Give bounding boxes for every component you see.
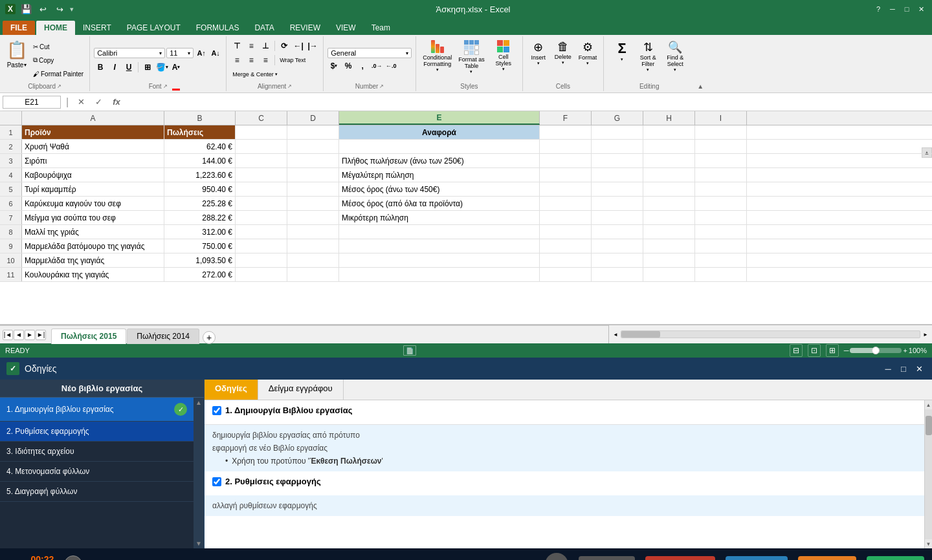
sheet-nav-last[interactable]: ►| <box>36 330 46 340</box>
sheet-tab-2014[interactable]: Πωλήσεις 2014 <box>127 328 199 344</box>
cell-i2[interactable] <box>695 140 747 153</box>
cell-c8[interactable] <box>236 225 287 239</box>
cell-c4[interactable] <box>236 168 287 182</box>
styles-label[interactable]: Styles <box>419 81 520 91</box>
section-1-checkbox[interactable] <box>212 406 221 415</box>
col-header-e[interactable]: E <box>339 111 540 125</box>
cell-c9[interactable] <box>236 239 287 253</box>
cell-e8[interactable] <box>339 225 540 239</box>
sheet-tab-2015[interactable]: Πωλήσεις 2015 <box>51 328 126 344</box>
cell-g5[interactable] <box>592 182 643 196</box>
row-num-5[interactable]: 5 <box>0 182 22 196</box>
sheet-nav-prev[interactable]: ◄ <box>14 330 24 340</box>
cell-b4[interactable]: 1,223.60 € <box>164 168 236 182</box>
align-right-button[interactable]: ≡ <box>259 54 272 67</box>
cell-i10[interactable] <box>695 253 747 267</box>
cell-f8[interactable] <box>540 225 592 239</box>
cell-f7[interactable] <box>540 211 592 224</box>
ignore-button[interactable]: Αγνόηση <box>579 556 635 561</box>
font-increase-button[interactable]: A↑ <box>195 47 208 59</box>
cell-f9[interactable] <box>540 239 592 253</box>
cells-label[interactable]: Cells <box>526 81 601 91</box>
section-2-checkbox[interactable] <box>212 477 221 486</box>
cell-f10[interactable] <box>540 253 592 267</box>
cell-d9[interactable] <box>287 239 339 253</box>
dialog-scroll-thumb[interactable] <box>926 416 932 435</box>
format-painter-button[interactable]: 🖌Format Painter <box>31 67 85 80</box>
cell-d8[interactable] <box>287 225 339 239</box>
row-num-6[interactable]: 6 <box>0 197 22 210</box>
cell-a10[interactable]: Μαρμελάδα της γιαγιάς <box>22 253 164 267</box>
cell-h9[interactable] <box>643 239 695 253</box>
font-color-button[interactable]: A ▾ <box>170 61 183 74</box>
editing-label[interactable]: Editing <box>606 81 692 91</box>
scroll-left-btn[interactable]: ◄ <box>612 330 619 339</box>
row-num-11[interactable]: 11 <box>0 268 22 281</box>
cell-d2[interactable] <box>287 140 339 153</box>
cell-a9[interactable]: Μαρμελάδα βατόμουρο της γιαγιάς <box>22 239 164 253</box>
cell-g6[interactable] <box>592 197 643 210</box>
row-num-8[interactable]: 8 <box>0 225 22 239</box>
fill-color-button[interactable]: 🪣 ▾ <box>155 61 168 74</box>
dialog-tab-instructions[interactable]: Οδηγίες <box>205 380 258 400</box>
page-layout-view-btn[interactable]: ⊡ <box>808 344 821 357</box>
cell-e11[interactable] <box>339 268 540 281</box>
cell-f11[interactable] <box>540 268 592 281</box>
cell-h1[interactable] <box>643 125 695 139</box>
row-num-9[interactable]: 9 <box>0 239 22 253</box>
decrease-decimal-button[interactable]: ←.0 <box>384 59 397 72</box>
cell-i4[interactable] <box>695 168 747 182</box>
cell-i8[interactable] <box>695 225 747 239</box>
cell-d4[interactable] <box>287 168 339 182</box>
copy-button[interactable]: ⧉Copy <box>31 54 85 67</box>
cell-h11[interactable] <box>643 268 695 281</box>
format-cells-button[interactable]: ⚙ Format ▾ <box>576 39 600 79</box>
left-scroll-up[interactable]: ▲ <box>195 399 202 406</box>
scroll-right-btn[interactable]: ► <box>922 330 929 339</box>
dialog-item-3[interactable]: 3. Ιδιότητες αρχείου <box>0 442 194 462</box>
bold-button[interactable]: B <box>94 61 107 74</box>
cell-h4[interactable] <box>643 168 695 182</box>
terminate-button[interactable]: Τερματισμός <box>645 556 715 561</box>
find-select-button[interactable]: 🔍 Find & Select ▾ <box>662 39 688 79</box>
tab-formulas[interactable]: FORMULAS <box>188 21 247 35</box>
cell-h10[interactable] <box>643 253 695 267</box>
cell-c7[interactable] <box>236 211 287 224</box>
help-button[interactable]: ? <box>64 555 82 560</box>
cell-i9[interactable] <box>695 239 747 253</box>
dialog-tab-sample[interactable]: Δείγμα εγγράφου <box>258 380 344 400</box>
cell-a4[interactable]: Καβουρόψιχα <box>22 168 164 182</box>
dialog-scroll-up[interactable]: ▲ <box>925 400 932 409</box>
cell-c3[interactable] <box>236 154 287 167</box>
cell-d6[interactable] <box>287 197 339 210</box>
cell-a2[interactable]: Χρυσή Ψαθά <box>22 140 164 153</box>
tab-data[interactable]: DATA <box>247 21 282 35</box>
indent-increase-button[interactable]: |→ <box>306 39 319 52</box>
underline-button[interactable]: U <box>122 61 135 74</box>
dollar-button[interactable]: $▾ <box>327 59 340 72</box>
fx-button[interactable]: fx <box>109 96 124 108</box>
cell-c1[interactable] <box>236 125 287 139</box>
cell-h6[interactable] <box>643 197 695 210</box>
tab-home[interactable]: HOME <box>36 21 75 35</box>
cell-g2[interactable] <box>592 140 643 153</box>
cell-d11[interactable] <box>287 268 339 281</box>
col-header-g[interactable]: G <box>592 111 643 125</box>
normal-view-btn[interactable]: ⊟ <box>790 344 803 357</box>
col-header-i[interactable]: I <box>695 111 747 125</box>
dialog-minimize-button[interactable]: ─ <box>882 362 894 375</box>
sheet-nav-first[interactable]: |◄ <box>3 330 13 340</box>
cell-e7[interactable]: Μικρότερη πώληση <box>339 211 540 224</box>
col-header-b[interactable]: B <box>164 111 236 125</box>
font-size-combo[interactable]: 11 ▾ <box>166 48 194 58</box>
cell-a11[interactable]: Κουλουράκια της γιαγιάς <box>22 268 164 281</box>
cell-d7[interactable] <box>287 211 339 224</box>
cell-f5[interactable] <box>540 182 592 196</box>
zoom-out-btn[interactable]: ─ <box>844 347 849 354</box>
clipboard-label[interactable]: Clipboard ↗ <box>3 81 87 91</box>
cell-e4[interactable]: Μέγαλύτερη πώληση <box>339 168 540 182</box>
cell-g11[interactable] <box>592 268 643 281</box>
scroll-track[interactable] <box>621 330 920 338</box>
cancel-formula-button[interactable]: ✕ <box>74 96 89 108</box>
number-label[interactable]: Number ↗ <box>326 81 413 91</box>
